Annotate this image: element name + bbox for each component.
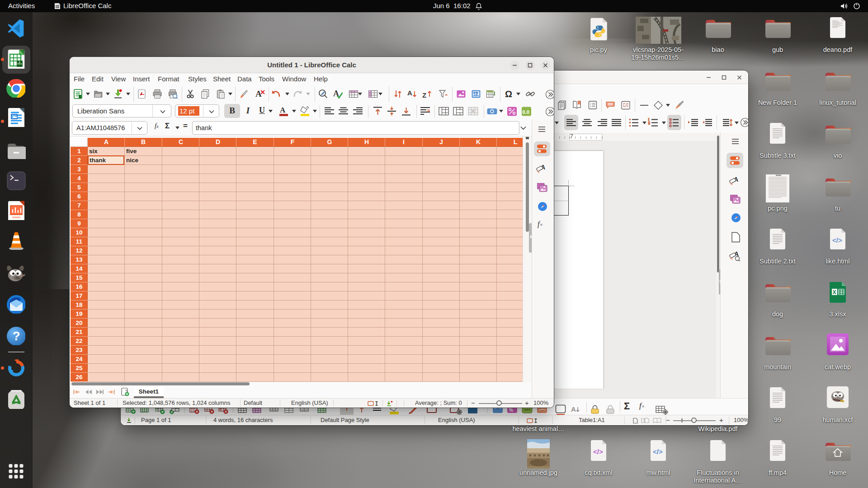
svg-text:</>: </> [653,448,663,455]
svg-text:A: A [280,106,286,114]
svg-text:%: % [509,408,513,413]
svg-text:0.0: 0.0 [523,109,529,115]
svg-text:A: A [407,89,412,97]
svg-text:Ⅲ: Ⅲ [648,121,651,126]
svg-text:?: ? [13,329,20,343]
svg-text:</>: </> [593,448,603,455]
svg-text:Ω: Ω [505,89,512,99]
svg-text:Z: Z [422,91,426,99]
svg-text:A: A [571,405,576,413]
svg-text:X: X [833,289,836,296]
svg-text:</>: </> [832,236,842,244]
